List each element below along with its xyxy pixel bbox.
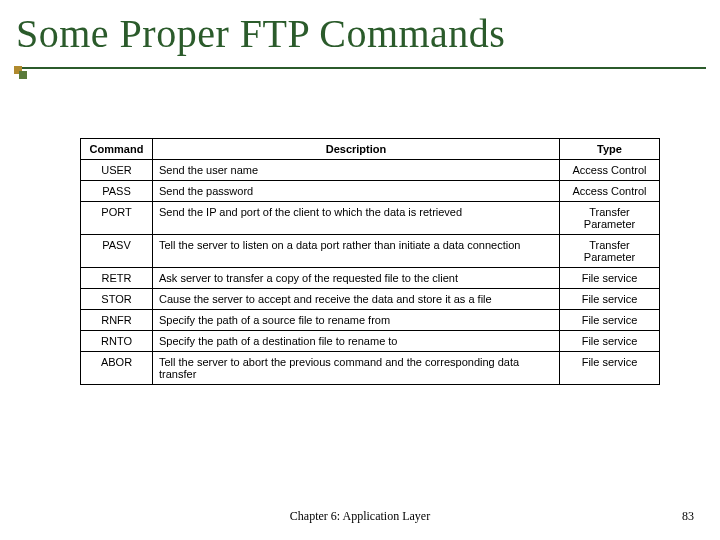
col-header-type: Type (560, 139, 660, 160)
cell-type: File service (560, 268, 660, 289)
table-row: ABOR Tell the server to abort the previo… (81, 352, 660, 385)
cell-command: USER (81, 160, 153, 181)
cell-command: RNFR (81, 310, 153, 331)
cell-description: Send the user name (153, 160, 560, 181)
table-header-row: Command Description Type (81, 139, 660, 160)
cell-type: Transfer Parameter (560, 202, 660, 235)
table-row: RNTO Specify the path of a destination f… (81, 331, 660, 352)
cell-description: Tell the server to listen on a data port… (153, 235, 560, 268)
cell-command: PASS (81, 181, 153, 202)
cell-command: PASV (81, 235, 153, 268)
table-row: RETR Ask server to transfer a copy of th… (81, 268, 660, 289)
table-row: PASS Send the password Access Control (81, 181, 660, 202)
title-wrap: Some Proper FTP Commands (14, 6, 706, 69)
table-row: RNFR Specify the path of a source file t… (81, 310, 660, 331)
cell-type: Access Control (560, 181, 660, 202)
cell-type: File service (560, 331, 660, 352)
commands-table-wrap: Command Description Type USER Send the u… (80, 138, 660, 385)
footer-text: Chapter 6: Application Layer (0, 509, 720, 524)
cell-command: PORT (81, 202, 153, 235)
cell-command: ABOR (81, 352, 153, 385)
col-header-command: Command (81, 139, 153, 160)
cell-description: Cause the server to accept and receive t… (153, 289, 560, 310)
cell-command: RETR (81, 268, 153, 289)
commands-table: Command Description Type USER Send the u… (80, 138, 660, 385)
page-number: 83 (682, 509, 694, 524)
slide: Some Proper FTP Commands Command Descrip… (0, 0, 720, 540)
cell-type: File service (560, 310, 660, 331)
cell-description: Tell the server to abort the previous co… (153, 352, 560, 385)
cell-description: Specify the path of a destination file t… (153, 331, 560, 352)
cell-type: File service (560, 352, 660, 385)
cell-command: STOR (81, 289, 153, 310)
cell-description: Ask server to transfer a copy of the req… (153, 268, 560, 289)
table-row: PASV Tell the server to listen on a data… (81, 235, 660, 268)
cell-description: Send the IP and port of the client to wh… (153, 202, 560, 235)
table-row: USER Send the user name Access Control (81, 160, 660, 181)
cell-type: Access Control (560, 160, 660, 181)
table-row: PORT Send the IP and port of the client … (81, 202, 660, 235)
cell-command: RNTO (81, 331, 153, 352)
col-header-description: Description (153, 139, 560, 160)
cell-type: File service (560, 289, 660, 310)
slide-title: Some Proper FTP Commands (14, 6, 706, 67)
cell-type: Transfer Parameter (560, 235, 660, 268)
table-row: STOR Cause the server to accept and rece… (81, 289, 660, 310)
title-ornament-icon (14, 66, 26, 78)
cell-description: Send the password (153, 181, 560, 202)
cell-description: Specify the path of a source file to ren… (153, 310, 560, 331)
